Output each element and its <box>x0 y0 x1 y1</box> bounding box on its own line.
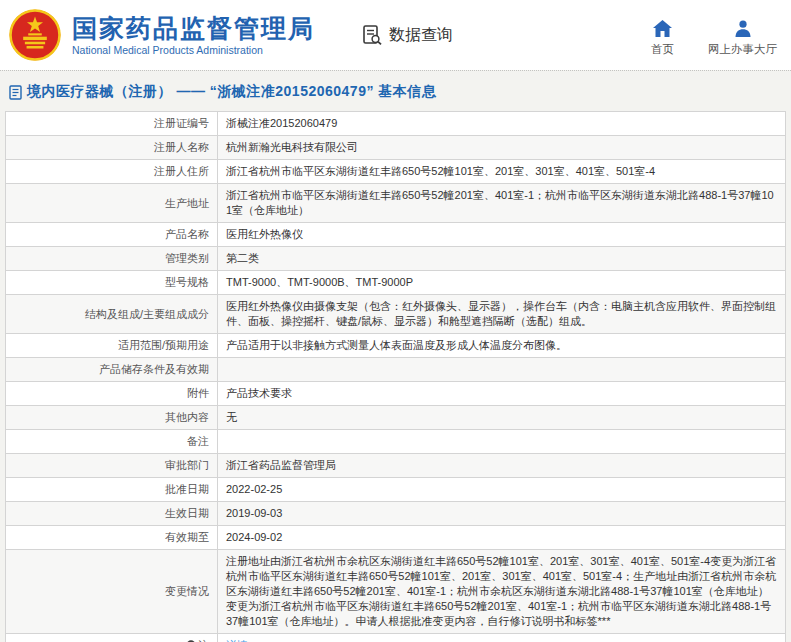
table-row: 附件产品技术要求 <box>6 382 786 406</box>
table-row: 批准日期2022-02-25 <box>6 478 786 502</box>
row-value: 产品适用于以非接触方式测量人体表面温度及形成人体温度分布图像。 <box>218 334 786 358</box>
row-value: 第二类 <box>218 247 786 271</box>
table-row: 有效期至2024-09-02 <box>6 526 786 550</box>
nav-home[interactable]: 首页 <box>651 20 674 57</box>
row-value: 详情 <box>218 634 786 642</box>
row-value: 2024-09-02 <box>218 526 786 550</box>
row-label: 注册人名称 <box>6 136 218 160</box>
row-label: 型号规格 <box>6 271 218 295</box>
row-label: 适用范围/预期用途 <box>6 334 218 358</box>
row-value: 杭州新瀚光电科技有限公司 <box>218 136 786 160</box>
row-value: 浙江省药品监督管理局 <box>218 454 786 478</box>
row-value: 2022-02-25 <box>218 478 786 502</box>
table-row: 型号规格TMT-9000、TMT-9000B、TMT-9000P <box>6 271 786 295</box>
row-label: 管理类别 <box>6 247 218 271</box>
row-value <box>218 358 786 382</box>
user-icon <box>734 20 752 37</box>
row-label: 结构及组成/主要组成成分 <box>6 295 218 334</box>
table-row: 产品储存条件及有效期 <box>6 358 786 382</box>
nmpa-emblem-logo[interactable] <box>8 8 62 62</box>
org-name-en: National Medical Products Administration <box>72 44 315 56</box>
page-title: 境内医疗器械（注册） —— “浙械注准20152060479” 基本信息 <box>27 83 436 101</box>
row-value: 医用红外热像仪 <box>218 223 786 247</box>
row-value: TMT-9000、TMT-9000B、TMT-9000P <box>218 271 786 295</box>
org-names: 国家药品监督管理局 National Medical Products Admi… <box>72 14 315 56</box>
row-value: 2019-09-03 <box>218 502 786 526</box>
table-row: 生效日期2019-09-03 <box>6 502 786 526</box>
row-value: 产品技术要求 <box>218 382 786 406</box>
row-label: 批准日期 <box>6 478 218 502</box>
document-icon <box>9 85 22 100</box>
row-label: 审批部门 <box>6 454 218 478</box>
row-label: 备注 <box>6 430 218 454</box>
table-row: 结构及组成/主要组成成分医用红外热像仪由摄像支架（包含：红外摄像头、显示器），操… <box>6 295 786 334</box>
table-row: 注详情 <box>6 634 786 642</box>
org-name: 国家药品监督管理局 <box>72 14 315 42</box>
info-table-body: 注册证编号浙械注准20152060479注册人名称杭州新瀚光电科技有限公司注册人… <box>6 112 786 642</box>
row-label: 附件 <box>6 382 218 406</box>
nav-home-label: 首页 <box>651 42 674 57</box>
table-row: 审批部门浙江省药品监督管理局 <box>6 454 786 478</box>
header-quick-links: 首页 网上办事大厅 <box>651 14 777 57</box>
row-value: 无 <box>218 406 786 430</box>
info-table: 注册证编号浙械注准20152060479注册人名称杭州新瀚光电科技有限公司注册人… <box>5 111 786 642</box>
table-row: 其他内容无 <box>6 406 786 430</box>
table-row: 变更情况注册地址由浙江省杭州市余杭区东湖街道红丰路650号52幢101室、201… <box>6 550 786 634</box>
row-value: 注册地址由浙江省杭州市余杭区东湖街道红丰路650号52幢101室、201室、30… <box>218 550 786 634</box>
row-label: 生产地址 <box>6 184 218 223</box>
row-label: 生效日期 <box>6 502 218 526</box>
nav-data-query-label: 数据查询 <box>389 25 453 46</box>
row-value: 医用红外热像仪由摄像支架（包含：红外摄像头、显示器），操作台车（内含：电脑主机含… <box>218 295 786 334</box>
table-row: 注册人住所浙江省杭州市临平区东湖街道红丰路650号52幢101室、201室、30… <box>6 160 786 184</box>
site-header: 国家药品监督管理局 National Medical Products Admi… <box>0 0 791 70</box>
row-label: 注册证编号 <box>6 112 218 136</box>
table-row: 注册证编号浙械注准20152060479 <box>6 112 786 136</box>
content: 境内医疗器械（注册） —— “浙械注准20152060479” 基本信息 注册证… <box>0 70 791 642</box>
row-value: 浙江省杭州市临平区东湖街道红丰路650号52幢201室、401室-1；杭州市临平… <box>218 184 786 223</box>
row-value: 浙械注准20152060479 <box>218 112 786 136</box>
page-titlebar: 境内医疗器械（注册） —— “浙械注准20152060479” 基本信息 <box>0 80 791 109</box>
table-row: 管理类别第二类 <box>6 247 786 271</box>
row-label: 产品储存条件及有效期 <box>6 358 218 382</box>
row-label: 注册人住所 <box>6 160 218 184</box>
row-value: 浙江省杭州市临平区东湖街道红丰路650号52幢101室、201室、301室、40… <box>218 160 786 184</box>
row-label: 变更情况 <box>6 550 218 634</box>
row-value <box>218 430 786 454</box>
table-row: 生产地址浙江省杭州市临平区东湖街道红丰路650号52幢201室、401室-1；杭… <box>6 184 786 223</box>
row-label: 有效期至 <box>6 526 218 550</box>
table-row: 备注 <box>6 430 786 454</box>
data-query-icon <box>361 24 383 46</box>
page: 国家药品监督管理局 National Medical Products Admi… <box>0 0 791 642</box>
table-row: 适用范围/预期用途产品适用于以非接触方式测量人体表面温度及形成人体温度分布图像。 <box>6 334 786 358</box>
row-label: 注 <box>6 634 218 642</box>
row-label: 产品名称 <box>6 223 218 247</box>
row-label: 其他内容 <box>6 406 218 430</box>
table-row: 注册人名称杭州新瀚光电科技有限公司 <box>6 136 786 160</box>
nav-service-hall-label: 网上办事大厅 <box>708 42 777 57</box>
table-row: 产品名称医用红外热像仪 <box>6 223 786 247</box>
nav-data-query[interactable]: 数据查询 <box>361 24 453 46</box>
home-icon <box>653 20 672 37</box>
nav-service-hall[interactable]: 网上办事大厅 <box>708 20 777 57</box>
